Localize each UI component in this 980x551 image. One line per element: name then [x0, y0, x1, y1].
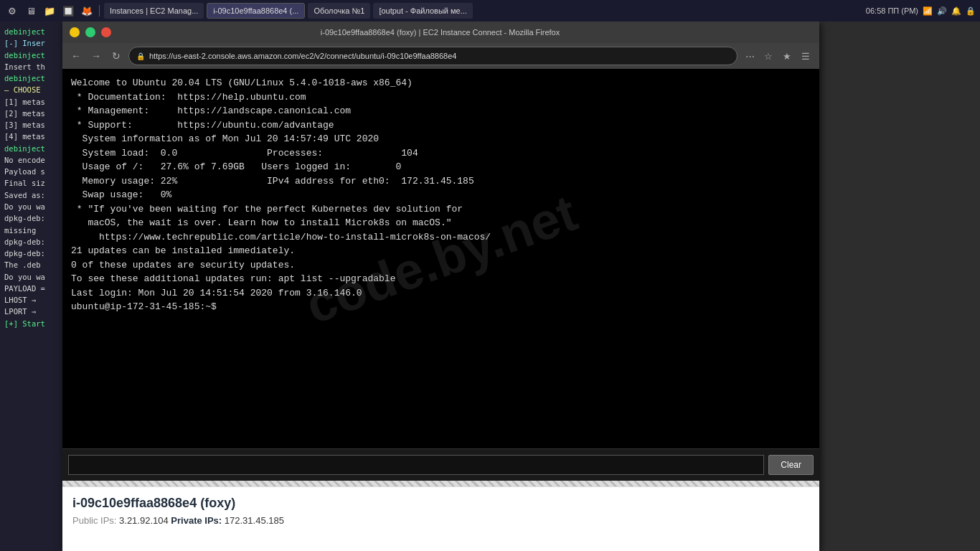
terminal-line: To see these additional updates run: apt… — [71, 272, 811, 286]
sidebar-line: debinject — [4, 72, 58, 84]
address-text: https://us-east-2.console.aws.amazon.com… — [149, 52, 730, 60]
taskbar-btn-shell[interactable]: Оболочка №1 — [308, 3, 370, 19]
taskbar-volume-icon: 🔊 — [937, 6, 947, 16]
terminal-line: https://www.techrepublic.com/article/how… — [71, 230, 811, 245]
terminal-line: * Documentation: https://help.ubuntu.com — [71, 90, 811, 105]
taskbar-btn-output-label: [output - Файловый ме... — [379, 6, 467, 15]
terminal-line: ubuntu@ip-172-31-45-185:~$ — [71, 300, 811, 314]
sidebar-line: No encode — [4, 154, 58, 166]
sidebar-line: debinject — [4, 143, 58, 154]
taskbar-network-icon: 📶 — [923, 6, 933, 16]
public-ip-value: 3.21.92.104 — [119, 515, 169, 526]
close-button[interactable] — [101, 27, 111, 37]
toolbar-right-icons: ⋯ ☆ ★ ☰ — [742, 48, 814, 64]
sidebar-line: missing — [4, 225, 58, 236]
sidebar-line: [-] Inser — [4, 37, 58, 49]
taskbar: ⚙ 🖥 📁 🔲 🦊 Instances | EC2 Manag... i-09c… — [0, 0, 980, 22]
terminal-line: * Management: https://landscape.canonica… — [71, 104, 811, 118]
sidebar-line: PAYLOAD = — [4, 283, 58, 294]
sidebar-line: [1] metas — [4, 96, 58, 108]
browser-titlebar: i-09c10e9ffaa8868e4 (foxy) | EC2 Instanc… — [62, 22, 819, 43]
terminal-line: * "If you've been waiting for the perfec… — [71, 202, 811, 217]
terminal-line: 0 of these updates are security updates. — [71, 258, 811, 273]
taskbar-time: 06:58 ПП (РМ) — [866, 6, 918, 15]
taskbar-btn-instances-label: Instances | EC2 Manag... — [110, 6, 198, 15]
sidebar-text: debinject[-] InserdebinjectInsert thdebi… — [4, 26, 58, 329]
browser-window-controls — [70, 27, 111, 37]
browser-title: i-09c10e9ffaa8868e4 (foxy) | EC2 Instanc… — [111, 28, 769, 37]
taskbar-app-icon-2[interactable]: 🖥 — [23, 3, 39, 19]
clear-button[interactable]: Clear — [768, 455, 814, 475]
browser-toolbar: ← → ↻ 🔒 https://us-east-2.console.aws.am… — [62, 43, 819, 69]
terminal-line: 21 updates can be installed immediately. — [71, 244, 811, 258]
refresh-button[interactable]: ↻ — [108, 48, 124, 64]
taskbar-btn-instances[interactable]: Instances | EC2 Manag... — [104, 3, 204, 19]
terminal-lines: Welcome to Ubuntu 20.04 LTS (GNU/Linux 5… — [71, 76, 811, 314]
terminal-line: * Support: https://ubuntu.com/advantage — [71, 118, 811, 133]
left-sidebar: debinject[-] InserdebinjectInsert thdebi… — [0, 22, 62, 551]
terminal-line: System information as of Mon Jul 20 14:5… — [71, 132, 811, 146]
sidebar-line: Final siz — [4, 177, 58, 189]
sidebar-line: debinject — [4, 50, 58, 61]
address-bar[interactable]: 🔒 https://us-east-2.console.aws.amazon.c… — [128, 47, 738, 65]
sidebar-line: Do you wa — [4, 271, 58, 283]
bookmark-star-icon[interactable]: ★ — [779, 48, 795, 64]
sidebar-line: [4] metas — [4, 131, 58, 142]
menu-button[interactable]: ☰ — [798, 48, 814, 64]
sidebar-line: LPORT ⇒ — [4, 306, 58, 317]
taskbar-notify-icon: 🔔 — [951, 6, 961, 16]
sidebar-line: LHOST ⇒ — [4, 294, 58, 306]
taskbar-app-icon-5[interactable]: 🦊 — [79, 3, 95, 19]
striped-separator — [62, 481, 819, 486]
instance-info: i-09c10e9ffaa8868e4 (foxy) Public IPs: 3… — [62, 486, 819, 551]
terminal-line: Last login: Mon Jul 20 14:51:54 2020 fro… — [71, 286, 811, 301]
terminal-line: Welcome to Ubuntu 20.04 LTS (GNU/Linux 5… — [71, 76, 811, 90]
sidebar-line: [3] metas — [4, 119, 58, 131]
taskbar-btn-connect-label: i-09c10e9ffaa8868e4 (... — [213, 6, 298, 15]
instance-ips: Public IPs: 3.21.92.104 Private IPs: 172… — [72, 515, 809, 526]
public-ip-label: Public IPs: — [72, 515, 116, 526]
bookmark-button[interactable]: ☆ — [760, 48, 776, 64]
minimize-button[interactable] — [70, 27, 80, 37]
sidebar-line: [2] metas — [4, 108, 58, 119]
terminal-line: Memory usage: 22% IPv4 address for eth0:… — [71, 174, 811, 189]
browser-window: i-09c10e9ffaa8868e4 (foxy) | EC2 Instanc… — [62, 22, 819, 551]
sidebar-line: Insert th — [4, 61, 58, 72]
taskbar-btn-output[interactable]: [output - Файловый ме... — [373, 3, 473, 19]
sidebar-line: Payload s — [4, 166, 58, 177]
sidebar-line: – CHOOSE — [4, 84, 58, 95]
sidebar-line: Saved as: — [4, 189, 58, 201]
sidebar-line: debinject — [4, 26, 58, 37]
terminal-line: System load: 0.0 Processes: 104 — [71, 146, 811, 161]
sidebar-line: dpkg-deb: — [4, 248, 58, 259]
taskbar-app-icon-3[interactable]: 📁 — [42, 3, 57, 19]
sidebar-line: dpkg-deb: — [4, 236, 58, 248]
sidebar-line: Do you wa — [4, 201, 58, 212]
taskbar-app-icon-1[interactable]: ⚙ — [4, 3, 20, 19]
taskbar-sep-1 — [99, 5, 100, 17]
forward-button[interactable]: → — [88, 48, 104, 64]
terminal-line: Swap usage: 0% — [71, 188, 811, 202]
lock-icon: 🔒 — [136, 52, 145, 60]
instance-name: i-09c10e9ffaa8868e4 (foxy) — [72, 496, 809, 511]
taskbar-btn-connect[interactable]: i-09c10e9ffaa8868e4 (... — [207, 3, 305, 19]
restore-button[interactable] — [85, 27, 95, 37]
sidebar-line: dpkg-deb: — [4, 212, 58, 224]
taskbar-lock-icon: 🔒 — [966, 6, 976, 16]
taskbar-app-icon-4[interactable]: 🔲 — [60, 3, 76, 19]
input-bar: Clear — [62, 448, 819, 481]
taskbar-right: 06:58 ПП (РМ) 📶 🔊 🔔 🔒 — [866, 6, 976, 16]
back-button[interactable]: ← — [68, 48, 84, 64]
terminal-line: Usage of /: 27.6% of 7.69GB Users logged… — [71, 160, 811, 174]
terminal-line: macOS, the wait is over. Learn how to in… — [71, 216, 811, 230]
sidebar-line: The .deb — [4, 259, 58, 270]
terminal-area[interactable]: code.by.net Welcome to Ubuntu 20.04 LTS … — [62, 69, 819, 448]
more-button[interactable]: ⋯ — [742, 48, 758, 64]
private-ip-label: Private IPs: — [171, 515, 222, 526]
sidebar-line: [+] Start — [4, 318, 58, 329]
taskbar-btn-shell-label: Оболочка №1 — [314, 6, 364, 15]
command-input[interactable] — [68, 455, 764, 475]
private-ip-value: 172.31.45.185 — [225, 515, 284, 526]
